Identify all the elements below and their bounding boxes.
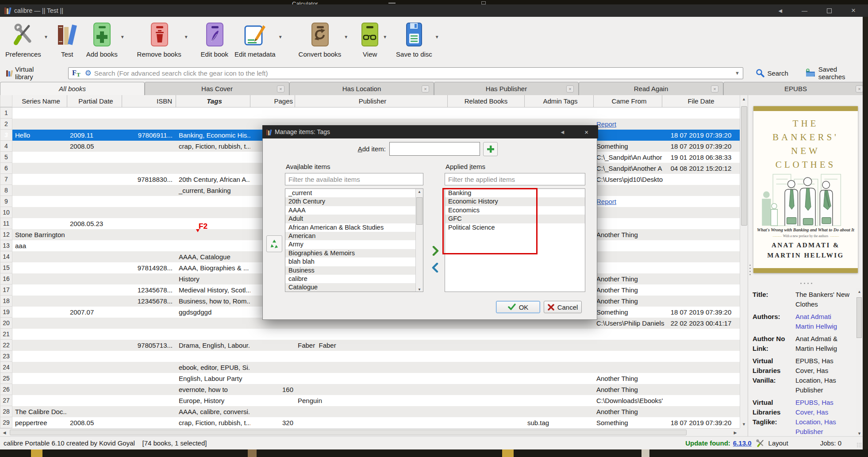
cell-pdate[interactable] <box>67 373 122 384</box>
row-number[interactable]: 5 <box>0 152 12 163</box>
row-number[interactable]: 6 <box>0 163 12 174</box>
cell-pdate[interactable] <box>67 273 122 284</box>
cell-pdate[interactable]: 2008.05.23 <box>67 218 122 229</box>
row-number[interactable]: 1 <box>0 108 12 119</box>
cell-series[interactable] <box>12 351 67 362</box>
scroll-left-icon[interactable]: ◀ <box>0 429 9 437</box>
available-filter-input[interactable] <box>285 173 423 185</box>
cell-came[interactable]: Another Thing <box>594 229 662 240</box>
cell-fdate[interactable] <box>662 251 740 262</box>
cell-pdate[interactable] <box>67 196 122 207</box>
cell-pdate[interactable] <box>67 174 122 185</box>
cell-fdate[interactable] <box>662 395 740 406</box>
cell-pdate[interactable]: 2008.05 <box>67 141 122 152</box>
column-header-admin-tags[interactable]: Admin Tags <box>525 95 594 107</box>
cell-tags[interactable] <box>176 240 250 251</box>
saved-searches-button[interactable]: Saved searches <box>803 64 868 82</box>
add-books-dropdown-icon[interactable]: ▼ <box>120 35 125 39</box>
list-item[interactable]: Army <box>285 240 415 249</box>
cell-pdate[interactable] <box>67 262 122 273</box>
cell-series[interactable] <box>12 362 67 373</box>
cell-pdate[interactable] <box>67 185 122 196</box>
row-number[interactable]: 24 <box>0 362 12 373</box>
cell-pub[interactable]: Faber Faber <box>295 340 448 351</box>
detail-value-vl-taglike[interactable]: EPUBS, Has Cover, Has Location, Has Publ… <box>795 399 836 435</box>
cell-came[interactable] <box>594 351 662 362</box>
tab-read-again[interactable]: Read Again× <box>579 82 723 95</box>
scroll-thumb[interactable] <box>856 297 862 338</box>
cell-series[interactable] <box>12 163 67 174</box>
cell-isbn[interactable] <box>122 229 176 240</box>
cell-tags[interactable] <box>176 119 250 130</box>
cell-tags[interactable]: AAAA, calibre, conversi... <box>176 406 250 417</box>
cell-tags[interactable]: ggdsgdggd <box>176 307 250 318</box>
edit-metadata-button[interactable]: Edit metadata <box>233 19 277 59</box>
cell-pages[interactable] <box>250 362 295 373</box>
cell-came[interactable]: Something <box>594 141 662 152</box>
list-item[interactable]: 20th Century <box>285 197 415 206</box>
cell-series[interactable]: Stone Barrington <box>12 229 67 240</box>
cell-pdate[interactable] <box>67 329 122 340</box>
cell-pdate[interactable]: 2009.11 <box>67 130 122 141</box>
cell-tags[interactable] <box>176 163 250 174</box>
preferences-dropdown-icon[interactable]: ▼ <box>44 35 48 39</box>
cell-series[interactable] <box>12 273 67 284</box>
unapply-item-button[interactable] <box>430 261 441 274</box>
cell-came[interactable] <box>594 262 662 273</box>
cell-pdate[interactable] <box>67 240 122 251</box>
cell-series[interactable] <box>12 296 67 307</box>
tab-epubs[interactable]: EPUBS× <box>723 82 868 95</box>
preferences-button[interactable]: Preferences <box>4 19 43 59</box>
cell-pub[interactable] <box>295 417 448 428</box>
cell-tags[interactable]: English, Labour Party <box>176 373 250 384</box>
cell-isbn[interactable] <box>122 417 176 428</box>
cell-fdate[interactable] <box>662 240 740 251</box>
add-item-button[interactable] <box>483 142 498 156</box>
layout-tools-icon[interactable] <box>756 439 765 447</box>
restore-defaults-button[interactable] <box>266 235 282 252</box>
cell-isbn[interactable] <box>122 395 176 406</box>
cell-tags[interactable] <box>176 207 250 218</box>
apply-item-button[interactable] <box>430 244 441 257</box>
table-row[interactable]: 25English, Labour PartyAnother Thing <box>0 373 748 384</box>
cell-series[interactable] <box>12 329 67 340</box>
cell-rel[interactable] <box>448 362 525 373</box>
gear-icon[interactable]: ⚙ <box>85 69 92 78</box>
column-header-isbn[interactable]: ISBN <box>122 95 176 107</box>
scroll-down-icon[interactable]: ▼ <box>856 431 863 436</box>
cell-isbn[interactable] <box>122 329 176 340</box>
cell-pdate[interactable] <box>67 384 122 395</box>
dialog-close-icon[interactable]: × <box>584 128 588 136</box>
cell-admin[interactable] <box>525 329 594 340</box>
table-row[interactable]: 26evernote, how to160Another Thing <box>0 384 748 395</box>
table-horizontal-scrollbar[interactable]: ◀ ▶ <box>0 428 740 436</box>
details-splitter-handle[interactable] <box>800 283 812 284</box>
cell-rel[interactable] <box>448 329 525 340</box>
cell-pub[interactable]: Penguin <box>295 395 448 406</box>
scroll-up-icon[interactable]: ▲ <box>416 190 423 194</box>
column-header-publisher[interactable]: Publisher <box>295 95 448 107</box>
cell-fdate[interactable] <box>662 362 740 373</box>
remove-books-button[interactable]: Remove books <box>135 19 183 59</box>
table-row[interactable]: 29peppertree2008.05crap, Fiction, rubbis… <box>0 417 748 428</box>
cell-fdate[interactable] <box>662 296 740 307</box>
list-item[interactable]: Biographies & Memoirs <box>285 249 415 257</box>
cell-isbn[interactable] <box>122 362 176 373</box>
cell-pages[interactable] <box>250 108 295 119</box>
cell-pages[interactable] <box>250 373 295 384</box>
full-text-search-icon[interactable]: FT <box>72 69 80 77</box>
cell-tags[interactable]: 20th Century, African A... <box>176 174 250 185</box>
row-number[interactable]: 2 <box>0 119 12 130</box>
cell-pub[interactable] <box>295 108 448 119</box>
search-input[interactable] <box>94 68 732 78</box>
cell-series[interactable] <box>12 284 67 296</box>
cell-admin[interactable] <box>525 373 594 384</box>
cell-isbn[interactable]: 97806911... <box>122 130 176 141</box>
cell-rel[interactable] <box>448 395 525 406</box>
cell-series[interactable]: Hello <box>12 130 67 141</box>
cell-isbn[interactable] <box>122 240 176 251</box>
cell-came[interactable]: Another Thing <box>594 273 662 284</box>
dialog-back-icon[interactable]: ◀ <box>561 130 565 134</box>
cell-tags[interactable] <box>176 196 250 207</box>
column-header-pages[interactable]: Pages <box>250 95 295 107</box>
